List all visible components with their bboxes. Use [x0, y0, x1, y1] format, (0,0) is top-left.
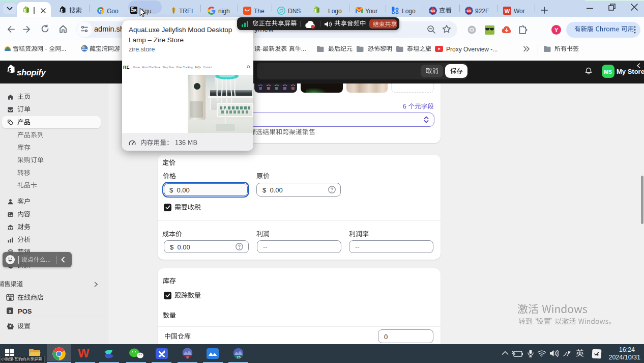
svg-text:922: 922	[466, 9, 471, 12]
svg-text:8: 8	[186, 355, 188, 359]
svg-text:15: 15	[236, 355, 240, 359]
svg-text:s: s	[9, 309, 11, 314]
svg-text:922: 922	[430, 9, 435, 12]
svg-text:W: W	[505, 8, 510, 14]
